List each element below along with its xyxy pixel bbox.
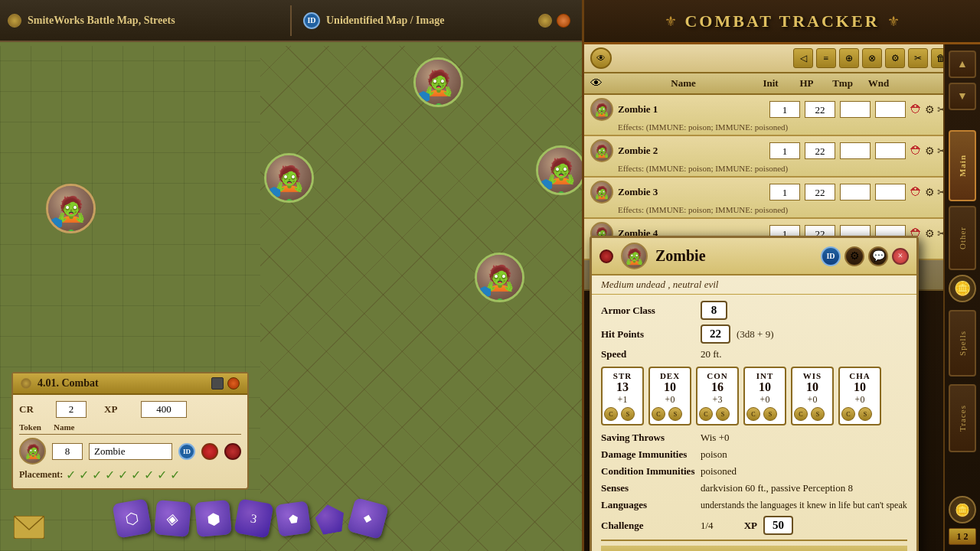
int-save-btn[interactable]: S — [763, 407, 777, 421]
tracker-btn-5[interactable]: ⚙ — [885, 48, 905, 68]
challenge-value: 1/4 — [701, 520, 714, 532]
action-btn-0-1[interactable]: ⚙ — [925, 103, 935, 116]
die-4[interactable]: 3 — [234, 498, 273, 538]
combatant-tmp-2[interactable] — [840, 184, 871, 201]
placement-check-4[interactable]: ✓ — [105, 468, 115, 482]
map-token-bottom-center[interactable] — [475, 253, 524, 302]
zombie-number: 8 — [52, 443, 83, 460]
battle-map[interactable]: SmiteWorks Battle Map, Streets ID Uniden… — [0, 0, 582, 551]
action-btn-3-1[interactable]: ⚙ — [925, 227, 935, 240]
placement-check-2[interactable]: ✓ — [79, 468, 89, 482]
combatant-init-2[interactable]: 1 — [769, 184, 800, 201]
placement-check-3[interactable]: ✓ — [92, 468, 102, 482]
die-7[interactable]: ◆ — [347, 497, 389, 540]
combat-close-btn[interactable] — [227, 377, 240, 390]
xp-value[interactable]: 400 — [141, 401, 187, 418]
placement-check-1[interactable]: ✓ — [66, 468, 76, 482]
con-save-btn[interactable]: S — [716, 407, 730, 421]
zombie-name-field[interactable]: Zombie — [89, 443, 172, 460]
stat-settings-btn[interactable]: ⚙ — [844, 246, 864, 266]
helmet-icon-0[interactable]: ⛑ — [910, 103, 923, 116]
zombie-hp-circle[interactable] — [201, 443, 218, 460]
sidebar-coin[interactable]: 🪙 — [949, 275, 976, 302]
con-check-btn[interactable]: C — [699, 407, 713, 421]
combat-pin-btn[interactable] — [211, 377, 224, 390]
combatant-tmp-0[interactable] — [840, 101, 871, 118]
sidebar-tab-spells-label: Spells — [958, 331, 967, 356]
window-min-btn[interactable] — [538, 14, 552, 28]
placement-check-5[interactable]: ✓ — [118, 468, 128, 482]
combatant-wnd-1[interactable] — [875, 142, 906, 159]
map-token-top-center[interactable] — [413, 57, 463, 107]
die-1[interactable]: ⬡ — [112, 498, 152, 538]
combatant-hp-0[interactable]: 22 — [805, 101, 835, 118]
die-2[interactable]: ◈ — [154, 500, 191, 537]
stat-id-btn[interactable]: ID — [821, 246, 841, 266]
cr-value[interactable]: 2 — [56, 401, 87, 418]
dex-save-btn[interactable]: S — [668, 407, 682, 421]
placement-label: Placement: — [19, 469, 63, 481]
die-6[interactable] — [313, 501, 347, 535]
combatant-init-1[interactable]: 1 — [769, 142, 800, 159]
challenge-xp-value: 50 — [763, 516, 793, 535]
map-token-right-edge[interactable] — [536, 145, 582, 195]
combatant-tmp-1[interactable] — [840, 142, 871, 159]
stat-lock-icon[interactable] — [599, 249, 613, 263]
dex-check-btn[interactable]: C — [652, 407, 665, 421]
tracker-btn-4[interactable]: ⊗ — [862, 48, 882, 68]
helmet-icon-2[interactable]: ⛑ — [910, 185, 923, 199]
combatant-hp-1[interactable]: 22 — [805, 142, 835, 159]
die-5[interactable]: ⬟ — [275, 500, 311, 536]
stat-chat-btn[interactable]: 💬 — [868, 246, 888, 266]
window-control-map1[interactable] — [8, 14, 21, 28]
int-check-btn[interactable]: C — [746, 407, 760, 421]
map-token-left[interactable] — [46, 184, 96, 233]
zombie-avatar-combat: 🧟 — [19, 438, 46, 465]
map-token-mid-left[interactable] — [264, 153, 314, 203]
cha-score: 10 — [841, 380, 878, 394]
tracker-toolbar: 👁 ◁ ≡ ⊕ ⊗ ⚙ ✂ 🗑 ↩ — [584, 44, 980, 73]
placement-row: Placement: ✓ ✓ ✓ ✓ ✓ ✓ ✓ ✓ ✓ — [19, 468, 241, 482]
combatant-init-0[interactable]: 1 — [769, 101, 800, 118]
sidebar-tab-other[interactable]: Other — [949, 206, 976, 270]
tracker-eye-btn[interactable]: 👁 — [590, 47, 612, 69]
window-close-btn[interactable] — [557, 14, 570, 28]
placement-check-6[interactable]: ✓ — [131, 468, 141, 482]
combatant-avatar-0: 🧟 — [590, 98, 613, 121]
zombie-status-btn[interactable] — [224, 443, 241, 460]
wis-save-btn[interactable]: S — [811, 407, 825, 421]
tracker-btn-1[interactable]: ◁ — [793, 48, 813, 68]
action-btn-1-1[interactable]: ⚙ — [925, 145, 935, 158]
challenge-xp-label: XP — [744, 520, 757, 532]
str-check-btn[interactable]: C — [604, 407, 618, 421]
tracker-btn-2[interactable]: ≡ — [816, 48, 836, 68]
die-3[interactable]: ⬢ — [194, 500, 232, 537]
combatant-wnd-0[interactable] — [875, 101, 906, 118]
map2-indicator: ID — [303, 12, 320, 29]
sidebar-scroll-up[interactable]: ▲ — [949, 51, 976, 78]
sidebar-tab-traces[interactable]: Traces — [949, 384, 976, 452]
sidebar-coin-bottom[interactable]: 🪙 — [949, 496, 976, 523]
wis-score: 10 — [794, 380, 831, 394]
sidebar-scroll-dn[interactable]: ▼ — [949, 83, 976, 110]
sidebar-tab-main[interactable]: Main — [949, 130, 976, 201]
tracker-btn-6[interactable]: ✂ — [908, 48, 928, 68]
action-btn-2-1[interactable]: ⚙ — [925, 186, 935, 199]
tracker-col-headers: 👁 Name Init HP Tmp Wnd — [584, 73, 980, 95]
helmet-icon-1[interactable]: ⛑ — [910, 144, 923, 158]
combatant-hp-2[interactable]: 22 — [805, 184, 835, 201]
str-save-btn[interactable]: S — [621, 407, 635, 421]
stat-sheet-header: 🧟 Zombie ID ⚙ 💬 × — [592, 238, 916, 276]
mail-icon[interactable] — [14, 516, 44, 542]
stat-close-btn[interactable]: × — [892, 248, 909, 265]
placement-check-9[interactable]: ✓ — [170, 468, 180, 482]
placement-check-8[interactable]: ✓ — [157, 468, 167, 482]
cha-check-btn[interactable]: C — [841, 407, 855, 421]
dmg-imm-value: poison — [701, 448, 727, 461]
cha-save-btn[interactable]: S — [858, 407, 872, 421]
wis-check-btn[interactable]: C — [794, 407, 808, 421]
combatant-wnd-2[interactable] — [875, 184, 906, 201]
tracker-btn-3[interactable]: ⊕ — [839, 48, 859, 68]
sidebar-tab-spells[interactable]: Spells — [949, 310, 976, 377]
placement-check-7[interactable]: ✓ — [144, 468, 154, 482]
